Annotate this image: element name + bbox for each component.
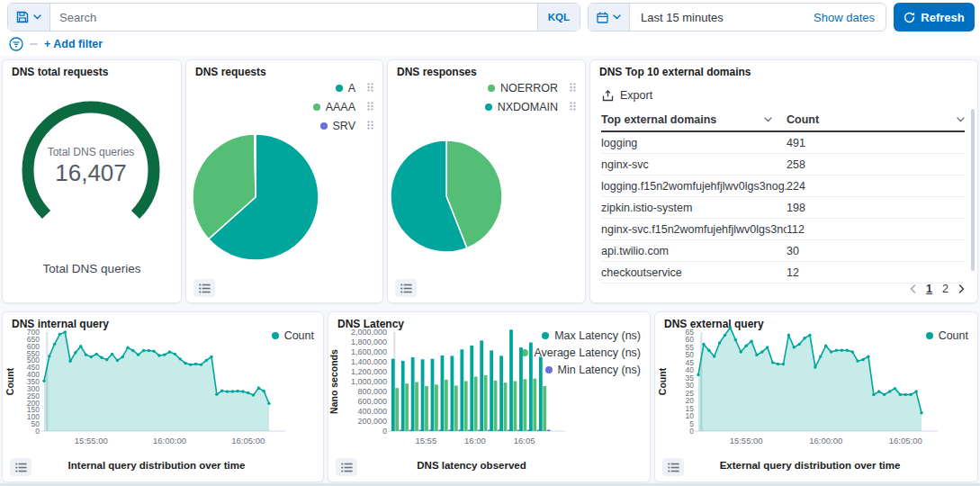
data-point[interactable]: [793, 346, 796, 348]
data-point[interactable]: [142, 349, 145, 352]
data-point[interactable]: [707, 349, 710, 352]
data-point[interactable]: [100, 356, 103, 359]
data-point[interactable]: [58, 333, 61, 336]
data-point[interactable]: [867, 355, 869, 357]
data-point[interactable]: [718, 341, 721, 344]
bar-max-latency-ns-[interactable]: [519, 347, 523, 431]
bar-average-latency-ns-[interactable]: [405, 383, 409, 431]
panel-options-button[interactable]: [193, 279, 215, 297]
data-point[interactable]: [750, 339, 752, 342]
bar-average-latency-ns-[interactable]: [533, 379, 536, 431]
data-point[interactable]: [247, 392, 249, 394]
page-number-2[interactable]: 2: [942, 283, 949, 295]
bar-average-latency-ns-[interactable]: [464, 381, 468, 431]
export-button[interactable]: Export: [602, 89, 652, 102]
data-point[interactable]: [53, 343, 56, 346]
data-point[interactable]: [168, 350, 171, 353]
data-point[interactable]: [835, 349, 838, 352]
panel-options-button[interactable]: [662, 458, 684, 476]
data-point[interactable]: [702, 343, 705, 346]
column-header-domains[interactable]: Top external domains: [601, 113, 787, 126]
add-filter-button[interactable]: + Add filter: [44, 38, 103, 50]
data-point[interactable]: [152, 350, 155, 353]
data-point[interactable]: [797, 343, 800, 346]
saved-query-menu-button[interactable]: [8, 4, 50, 31]
data-point[interactable]: [899, 393, 902, 396]
bar-average-latency-ns-[interactable]: [445, 380, 448, 431]
data-point[interactable]: [920, 411, 922, 414]
data-point[interactable]: [771, 361, 774, 364]
data-point[interactable]: [126, 346, 129, 349]
table-row[interactable]: api.twilio.com30: [601, 240, 965, 262]
bar-average-latency-ns-[interactable]: [543, 386, 546, 431]
data-point[interactable]: [734, 338, 737, 341]
table-row[interactable]: logging491: [601, 132, 965, 154]
data-point[interactable]: [90, 356, 93, 358]
data-point[interactable]: [220, 390, 223, 392]
data-point[interactable]: [241, 390, 244, 392]
bar-max-latency-ns-[interactable]: [431, 359, 435, 431]
data-point[interactable]: [200, 363, 202, 365]
search-input[interactable]: [50, 4, 537, 31]
data-point[interactable]: [178, 357, 181, 360]
bar-average-latency-ns-[interactable]: [523, 379, 526, 431]
area-chart[interactable]: 0510152025303540455055606515:55:0016:00:…: [655, 325, 979, 462]
data-point[interactable]: [116, 359, 119, 362]
next-page-icon[interactable]: [958, 284, 965, 293]
show-dates-button[interactable]: Show dates: [814, 11, 886, 24]
data-point[interactable]: [226, 390, 229, 392]
data-point[interactable]: [79, 345, 82, 347]
data-point[interactable]: [205, 359, 208, 362]
data-point[interactable]: [819, 355, 822, 357]
time-range-label[interactable]: Last 15 minutes: [630, 11, 814, 24]
data-point[interactable]: [909, 393, 912, 396]
filter-icon[interactable]: [9, 37, 23, 51]
table-scrollbar[interactable]: [971, 109, 975, 271]
data-point[interactable]: [824, 345, 827, 347]
data-point[interactable]: [777, 363, 779, 365]
data-point[interactable]: [856, 359, 859, 362]
bar-max-latency-ns-[interactable]: [421, 359, 425, 431]
data-point[interactable]: [74, 351, 76, 354]
data-point[interactable]: [42, 380, 45, 382]
bar-chart[interactable]: 0200,000400,000600,000800,0001,000,0001,…: [328, 325, 652, 462]
bar-max-latency-ns-[interactable]: [509, 329, 513, 431]
bar-average-latency-ns-[interactable]: [395, 388, 399, 431]
data-point[interactable]: [713, 355, 715, 357]
query-language-button[interactable]: KQL: [537, 4, 580, 31]
bar-max-latency-ns-[interactable]: [490, 350, 493, 431]
bar-average-latency-ns-[interactable]: [514, 381, 517, 431]
date-quick-select-button[interactable]: [589, 4, 630, 31]
table-row[interactable]: nginx-svc.f15n2womfujehfjlwv0lgs3no...11…: [601, 219, 965, 240]
table-row[interactable]: nginx-svc258: [601, 154, 965, 176]
bar-max-latency-ns-[interactable]: [401, 361, 405, 431]
data-point[interactable]: [267, 402, 270, 405]
pie-chart[interactable]: [186, 75, 384, 296]
data-point[interactable]: [157, 354, 160, 356]
bar-max-latency-ns-[interactable]: [529, 343, 533, 431]
data-point[interactable]: [236, 390, 238, 392]
data-point[interactable]: [85, 353, 87, 356]
data-point[interactable]: [861, 358, 864, 361]
data-point[interactable]: [872, 393, 875, 396]
data-point[interactable]: [68, 360, 71, 363]
data-point[interactable]: [94, 353, 97, 356]
area-chart[interactable]: 0501001502002503003504004505005506006507…: [3, 325, 325, 462]
data-point[interactable]: [137, 353, 139, 356]
data-point[interactable]: [257, 386, 260, 389]
gauge-chart[interactable]: Total DNS queries 16,407: [3, 91, 183, 257]
data-point[interactable]: [755, 354, 758, 356]
data-point[interactable]: [174, 353, 176, 356]
data-point[interactable]: [740, 350, 742, 353]
bar-average-latency-ns-[interactable]: [454, 385, 458, 431]
bar-max-latency-ns-[interactable]: [450, 356, 454, 431]
bar-max-latency-ns-[interactable]: [411, 357, 415, 431]
data-point[interactable]: [782, 363, 785, 365]
bar-average-latency-ns-[interactable]: [484, 375, 488, 431]
previous-page-icon[interactable]: [910, 284, 916, 293]
refresh-button[interactable]: Refresh: [894, 3, 975, 32]
data-point[interactable]: [252, 393, 255, 396]
data-point[interactable]: [121, 356, 124, 358]
data-point[interactable]: [904, 393, 907, 396]
data-point[interactable]: [744, 345, 747, 347]
